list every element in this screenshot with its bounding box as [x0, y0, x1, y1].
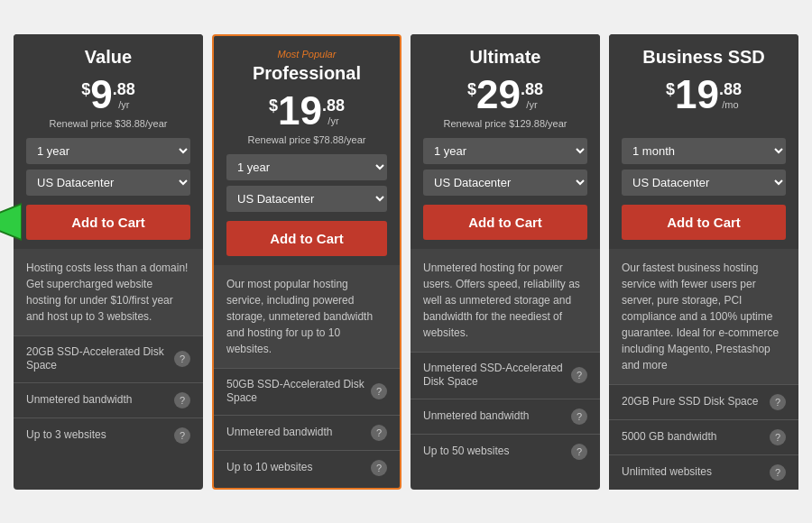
- help-icon[interactable]: ?: [571, 367, 587, 383]
- feature-row: 5000 GB bandwidth ?: [609, 419, 798, 454]
- price-cents: .88: [719, 80, 742, 99]
- term-select[interactable]: 1 year2 years3 years: [26, 138, 190, 164]
- plan-description: Unmetered hosting for power users. Offer…: [411, 249, 600, 352]
- price-cents-period: .88 /yr: [322, 96, 345, 126]
- renewal-price: Renewal price $38.88/year: [26, 118, 190, 129]
- add-to-cart-button[interactable]: Add to Cart: [226, 221, 387, 256]
- datacenter-select[interactable]: US DatacenterEU Datacenter: [423, 170, 587, 196]
- plan-price: $ 9 .88 /yr: [26, 75, 190, 115]
- datacenter-select[interactable]: US DatacenterEU Datacenter: [226, 186, 387, 212]
- feature-text: Up to 50 websites: [423, 445, 566, 459]
- price-dollar: $: [467, 80, 476, 99]
- help-icon[interactable]: ?: [371, 425, 387, 441]
- help-icon[interactable]: ?: [770, 394, 786, 410]
- help-icon[interactable]: ?: [371, 383, 387, 399]
- feature-row: Up to 10 websites ?: [214, 450, 400, 485]
- price-cents: .88: [322, 96, 345, 115]
- datacenter-select[interactable]: US DatacenterEU Datacenter: [26, 170, 190, 196]
- price-cents-period: .88 /yr: [521, 80, 543, 110]
- plan-features: 20GB Pure SSD Disk Space ? 5000 GB bandw…: [609, 384, 798, 490]
- feature-row: Unmetered SSD-Accelerated Disk Space ?: [411, 352, 600, 399]
- price-dollar: $: [666, 80, 675, 99]
- price-main: 19: [675, 75, 719, 115]
- price-main: 29: [476, 75, 521, 115]
- feature-row: 50GB SSD-Accelerated Disk Space ?: [214, 368, 400, 415]
- feature-row: 20GB Pure SSD Disk Space ?: [609, 384, 798, 419]
- plan-card-professional: Most Popular Professional $ 19 .88 /yr R…: [212, 34, 401, 490]
- pricing-container: Value $ 9 .88 /yr Renewal price $38.88/y…: [0, 16, 812, 508]
- price-period: /yr: [113, 99, 135, 110]
- feature-text: 20GB Pure SSD Disk Space: [622, 395, 764, 409]
- add-to-cart-button[interactable]: Add to Cart: [26, 205, 190, 240]
- price-cents-period: .88 /yr: [113, 80, 135, 110]
- feature-row: 20GB SSD-Accelerated Disk Space ?: [14, 335, 203, 382]
- plan-name: Ultimate: [423, 47, 587, 68]
- datacenter-select[interactable]: US DatacenterEU Datacenter: [622, 170, 786, 196]
- feature-text: 20GB SSD-Accelerated Disk Space: [26, 345, 169, 373]
- plan-features: Unmetered SSD-Accelerated Disk Space ? U…: [411, 352, 600, 469]
- feature-row: Up to 50 websites ?: [411, 434, 600, 469]
- feature-text: Up to 10 websites: [226, 461, 365, 475]
- price-dollar: $: [269, 96, 278, 115]
- feature-text: 50GB SSD-Accelerated Disk Space: [226, 378, 365, 406]
- plan-header: Most Popular Professional $ 19 .88 /yr R…: [214, 36, 400, 265]
- price-main: 9: [90, 75, 112, 115]
- feature-row: Up to 3 websites ?: [14, 417, 203, 453]
- plan-card-ultimate: Ultimate $ 29 .88 /yr Renewal price $129…: [411, 34, 600, 490]
- feature-text: 5000 GB bandwidth: [622, 430, 764, 445]
- plan-card-value: Value $ 9 .88 /yr Renewal price $38.88/y…: [14, 34, 203, 490]
- help-icon[interactable]: ?: [571, 408, 587, 425]
- price-period: /yr: [521, 99, 543, 110]
- term-select[interactable]: 1 month6 months12 months: [622, 138, 786, 164]
- plan-header: Business SSD $ 19 .88 /mo 1 month6 month…: [609, 34, 798, 249]
- plan-header: Value $ 9 .88 /yr Renewal price $38.88/y…: [14, 34, 203, 249]
- feature-row: Unlimited websites ?: [609, 454, 798, 490]
- feature-text: Unmetered SSD-Accelerated Disk Space: [423, 362, 566, 390]
- help-icon[interactable]: ?: [174, 351, 190, 367]
- price-cents: .88: [113, 80, 135, 99]
- price-cents: .88: [521, 80, 543, 99]
- price-period: /yr: [322, 115, 345, 126]
- feature-row: Unmetered bandwidth ?: [411, 399, 600, 434]
- plan-card-business-ssd: Business SSD $ 19 .88 /mo 1 month6 month…: [609, 34, 798, 490]
- plan-price: $ 19 .88 /yr: [226, 91, 387, 131]
- plan-header: Ultimate $ 29 .88 /yr Renewal price $129…: [411, 34, 600, 249]
- help-icon[interactable]: ?: [770, 464, 786, 481]
- renewal-price: Renewal price $78.88/year: [226, 134, 387, 145]
- plan-features: 50GB SSD-Accelerated Disk Space ? Unmete…: [214, 368, 400, 485]
- plan-price: $ 29 .88 /yr: [423, 75, 587, 115]
- feature-text: Unmetered bandwidth: [226, 426, 365, 440]
- feature-text: Unmetered bandwidth: [26, 393, 169, 408]
- plan-description: Our fastest business hosting service wit…: [609, 249, 798, 384]
- price-main: 19: [278, 91, 322, 131]
- price-period: /mo: [719, 99, 742, 110]
- term-select[interactable]: 1 year2 years3 years: [226, 154, 387, 180]
- help-icon[interactable]: ?: [371, 460, 387, 476]
- feature-row: Unmetered bandwidth ?: [214, 415, 400, 450]
- help-icon[interactable]: ?: [770, 429, 786, 445]
- feature-row: Unmetered bandwidth ?: [14, 382, 203, 417]
- feature-text: Up to 3 websites: [26, 428, 169, 443]
- help-icon[interactable]: ?: [174, 427, 190, 444]
- most-popular-label: Most Popular: [226, 49, 387, 60]
- price-cents-period: .88 /mo: [719, 80, 742, 110]
- plan-name: Value: [26, 47, 190, 68]
- feature-text: Unmetered bandwidth: [423, 409, 566, 424]
- renewal-price: Renewal price $129.88/year: [423, 118, 587, 129]
- help-icon[interactable]: ?: [571, 444, 587, 460]
- add-to-cart-button[interactable]: Add to Cart: [622, 205, 786, 240]
- price-dollar: $: [81, 80, 90, 99]
- term-select[interactable]: 1 year2 years3 years: [423, 138, 587, 164]
- plan-description: Our most popular hosting service, includ…: [214, 265, 400, 368]
- plan-price: $ 19 .88 /mo: [622, 75, 786, 115]
- plan-features: 20GB SSD-Accelerated Disk Space ? Unmete…: [14, 335, 203, 453]
- plan-name: Professional: [226, 63, 387, 84]
- feature-text: Unlimited websites: [622, 465, 764, 480]
- renewal-price: [622, 118, 786, 129]
- help-icon[interactable]: ?: [174, 392, 190, 408]
- plan-name: Business SSD: [622, 47, 786, 68]
- plan-description: Hosting costs less than a domain! Get su…: [14, 249, 203, 335]
- add-to-cart-button[interactable]: Add to Cart: [423, 205, 587, 240]
